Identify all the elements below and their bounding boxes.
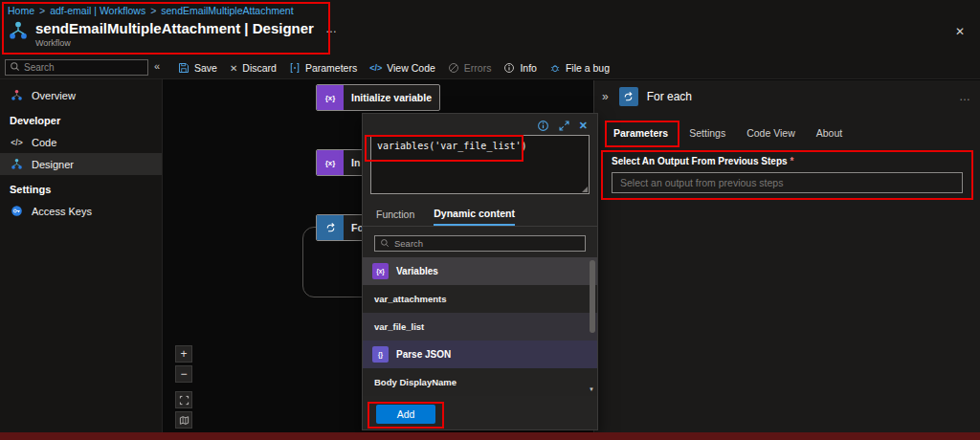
view-code-icon: </> (369, 63, 382, 73)
node-label: In (344, 150, 360, 175)
tab-parameters[interactable]: Parameters (613, 127, 668, 139)
item-label: Body DisplayName (372, 377, 457, 387)
tab-about[interactable]: About (816, 127, 842, 139)
foreach-panel-title: For each (647, 90, 692, 103)
expand-icon[interactable] (558, 120, 570, 132)
info-icon (503, 62, 515, 74)
list-group-variables[interactable]: {x} Variables (363, 257, 597, 285)
parameters-button[interactable]: Parameters (289, 62, 357, 74)
tab-settings[interactable]: Settings (689, 127, 725, 139)
discard-label: Discard (242, 62, 277, 74)
item-label: var_attachments (372, 294, 447, 304)
page-subtitle: Workflow (35, 38, 337, 48)
tab-function[interactable]: Function (376, 208, 414, 226)
output-field-label: Select An Output From Previous Steps* (612, 156, 963, 166)
commandbar: « Save ✕ Discard Parameters </> View Cod… (0, 57, 980, 79)
file-a-bug-button[interactable]: File a bug (549, 62, 610, 74)
foreach-icon (619, 87, 638, 106)
sidebar-item-label: Access Keys (32, 206, 92, 217)
sidebar-section-developer: Developer (0, 106, 162, 131)
fit-screen-button[interactable] (175, 391, 192, 408)
sidebar: Overview Developer </> Code Designer Set… (0, 79, 163, 432)
zoom-out-button[interactable]: − (175, 365, 192, 383)
dynamic-content-list: {x} Variables var_attachments var_file_l… (363, 257, 597, 396)
page-title: sendEmailMultipleAttachment | Designer (35, 20, 314, 36)
errors-icon (448, 62, 459, 74)
tab-code-view[interactable]: Code View (746, 127, 795, 139)
command-items: Save ✕ Discard Parameters </> View Code … (178, 57, 610, 78)
zoom-in-button[interactable]: + (175, 345, 192, 363)
sidebar-item-label: Overview (32, 90, 76, 101)
sidebar-search-input[interactable] (24, 62, 144, 73)
resize-handle[interactable] (582, 187, 588, 192)
foreach-panel-tabs: Parameters Settings Code View About (594, 106, 980, 139)
info-icon[interactable] (537, 120, 549, 132)
breadcrumb-separator: > (39, 5, 45, 16)
search-icon (380, 238, 390, 250)
sidebar-item-designer[interactable]: Designer (0, 153, 162, 175)
list-item-var-attachments[interactable]: var_attachments (363, 285, 597, 313)
tab-dynamic-content[interactable]: Dynamic content (434, 208, 515, 226)
close-icon[interactable]: ✕ (579, 120, 588, 132)
list-item-var-file-list[interactable]: var_file_list (363, 313, 597, 341)
output-field-input[interactable] (612, 177, 962, 188)
node-initialize-variable[interactable]: {x} Initialize variable (316, 84, 440, 111)
breadcrumb-current[interactable]: sendEmailMultipleAttachment (161, 5, 293, 16)
errors-label: Errors (464, 62, 492, 74)
save-label: Save (194, 62, 217, 74)
view-code-button[interactable]: </> View Code (369, 62, 435, 74)
dynamic-content-search[interactable] (374, 235, 586, 252)
breadcrumb-separator: > (150, 5, 156, 16)
expression-tabs: Function Dynamic content (363, 194, 597, 227)
collapse-sidebar-icon[interactable]: « (154, 60, 160, 72)
breadcrumb: Home > adf-email | Workflows > sendEmail… (8, 5, 294, 16)
breadcrumb-workflows[interactable]: adf-email | Workflows (50, 5, 145, 16)
title-more-button[interactable]: … (325, 22, 337, 35)
view-code-label: View Code (387, 62, 435, 74)
variable-icon: {x} (317, 150, 344, 175)
required-marker: * (791, 156, 794, 166)
expression-input[interactable]: variables('var_file_list') (371, 136, 589, 193)
variable-icon: {x} (372, 263, 389, 279)
breadcrumb-home[interactable]: Home (8, 5, 34, 16)
search-icon (10, 61, 20, 74)
access-keys-icon (10, 205, 24, 217)
sidebar-search[interactable] (5, 59, 148, 76)
overview-icon (10, 89, 24, 101)
add-button[interactable]: Add (376, 405, 435, 424)
sidebar-item-overview[interactable]: Overview (0, 84, 162, 106)
title-row: sendEmailMultipleAttachment | Designer …… (8, 20, 337, 48)
parse-json-icon: {} (372, 346, 389, 363)
titlebar: Home > adf-email | Workflows > sendEmail… (0, 0, 980, 57)
sidebar-item-label: Designer (32, 159, 74, 170)
dynamic-content-search-input[interactable] (394, 238, 580, 249)
item-label: var_file_list (372, 321, 424, 332)
errors-button[interactable]: Errors (448, 62, 492, 74)
group-label: Parse JSON (396, 349, 451, 360)
bug-icon (549, 62, 561, 74)
more-icon[interactable]: … (959, 90, 970, 103)
minimap-button[interactable] (175, 411, 192, 429)
list-item-body-displayname[interactable]: Body DisplayName (363, 368, 597, 396)
parameters-icon (289, 62, 301, 74)
save-button[interactable]: Save (178, 62, 217, 74)
foreach-panel: » For each … Parameters Settings Code Vi… (593, 80, 980, 432)
scrollbar-thumb[interactable] (590, 260, 595, 333)
workflow-icon (8, 20, 29, 41)
save-icon (178, 62, 189, 74)
chevron-double-right-icon[interactable]: » (602, 90, 608, 103)
file-a-bug-label: File a bug (566, 62, 610, 74)
list-group-parse-json[interactable]: {} Parse JSON (363, 341, 597, 368)
sidebar-item-code[interactable]: </> Code (0, 131, 162, 153)
discard-button[interactable]: ✕ Discard (230, 62, 277, 74)
sidebar-item-label: Code (32, 137, 56, 148)
info-button[interactable]: Info (503, 62, 537, 74)
sidebar-item-access-keys[interactable]: Access Keys (0, 200, 162, 222)
info-label: Info (520, 62, 537, 74)
scroll-down-icon[interactable]: ▼ (587, 385, 596, 394)
scrollbar[interactable] (590, 260, 595, 381)
node-label: Initialize variable (344, 85, 432, 110)
add-row: Add (363, 396, 597, 424)
expression-editor-popup: ✕ variables('var_file_list') Function Dy… (362, 113, 598, 430)
close-icon[interactable]: ✕ (955, 25, 965, 38)
